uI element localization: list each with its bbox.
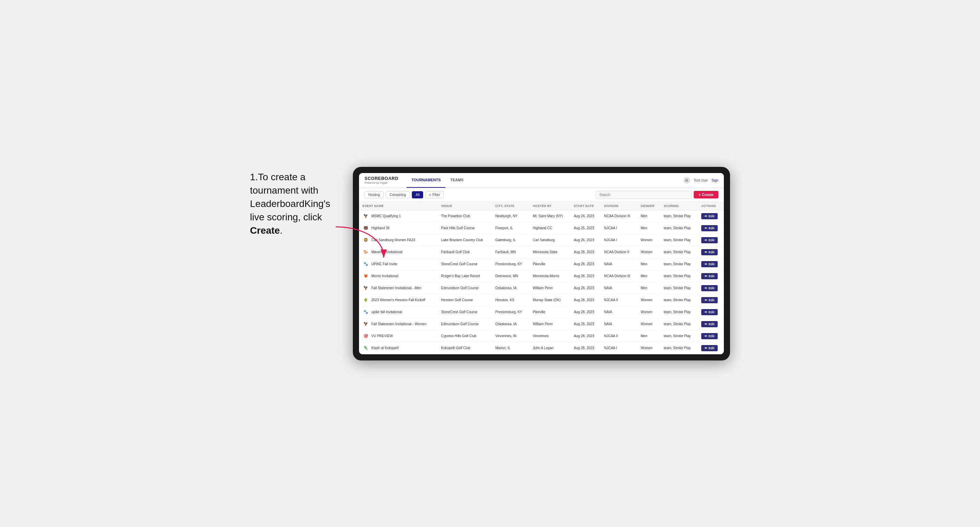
cell-event-name: 🦅 MSMC Qualifying 1 [359,210,438,222]
edit-button-3[interactable]: ✏ Edit [701,249,718,255]
filter-icon: ≡ [429,193,431,197]
edit-button-4[interactable]: ✏ Edit [701,261,718,267]
edit-button-10[interactable]: ✏ Edit [701,333,718,339]
cell-hosted-by: Mt. Saint Mary (NY) [530,210,571,222]
cell-hosted-by: William Penn [530,318,571,330]
col-division: DIVISION [601,202,638,210]
cell-division: NJCAA I [601,342,638,354]
cell-actions: ✏ Edit [698,342,724,354]
edit-button-11[interactable]: ✏ Edit [701,345,718,351]
cell-scoring: team, Stroke Play [660,342,698,354]
cell-division: NAIA [601,306,638,318]
event-name-label: upike fall invitational [371,310,402,314]
cell-event-name: 🐾 upike fall invitational [359,306,438,318]
logo-area: SCOREBOARD Powered by Clippit [364,176,398,184]
cell-gender: Men [638,270,660,282]
settings-icon[interactable]: ⚙ [683,177,690,184]
cell-city-state: Faribault, MN [492,246,529,258]
cell-start-date: Aug 28, 2023 [570,282,600,294]
team-icon: 🌵 [363,297,369,303]
edit-button-9[interactable]: ✏ Edit [701,321,718,327]
cell-division: NAIA [601,258,638,270]
cell-start-date: Aug 26, 2023 [570,234,600,246]
cell-start-date: Aug 28, 2023 [570,318,600,330]
table-row: 🦊 Morris Invitational Rutger's Bay Lake … [359,270,724,282]
event-name-label: Klash at Kokopelli [371,346,399,350]
cell-city-state: Oskaloosa, IA [492,318,529,330]
cell-gender: Women [638,234,660,246]
edit-icon: ✏ [705,251,707,254]
cell-scoring: team, Stroke Play [660,306,698,318]
col-city-state: CITY, STATE [492,202,529,210]
col-start-date: START DATE [570,202,600,210]
team-icon: 🐾 [363,309,369,316]
cell-hosted-by: Pikeville [530,306,571,318]
cell-venue: Cypress Hills Golf Club [438,330,492,342]
annotation-arrow [332,224,387,265]
filter-button[interactable]: ≡ Filter [425,191,444,198]
cell-start-date: Aug 24, 2023 [570,210,600,222]
team-icon: 🎯 [363,333,369,340]
team-icon: 🦅 [363,285,369,292]
cell-division: NCAA Division II [601,246,638,258]
col-gender: GENDER [638,202,660,210]
cell-scoring: team, Stroke Play [660,246,698,258]
cell-scoring: team, Stroke Play [660,318,698,330]
cell-hosted-by: William Penn [530,282,571,294]
cell-city-state: Oskaloosa, IA [492,282,529,294]
edit-icon: ✏ [705,298,707,302]
edit-button-1[interactable]: ✏ Edit [701,225,718,231]
edit-button-2[interactable]: ✏ Edit [701,237,718,243]
tournaments-table: EVENT NAME VENUE CITY, STATE HOSTED BY S… [359,202,724,354]
create-button[interactable]: + Create [694,191,718,198]
cell-scoring: team, Stroke Play [660,222,698,234]
cell-city-state: Prestonsburg, KY [492,258,529,270]
cell-venue: Edmundson Golf Course [438,318,492,330]
cell-hosted-by: John A Logan [530,342,571,354]
cell-start-date: Aug 28, 2023 [570,294,600,306]
cell-venue: Kokopelli Golf Club [438,342,492,354]
cell-event-name: 🌵 2023 Women's Hesston Fall Kickoff [359,294,438,306]
cell-actions: ✏ Edit [698,306,724,318]
cell-actions: ✏ Edit [698,246,724,258]
edit-button-8[interactable]: ✏ Edit [701,309,718,315]
annotation-text: 1.To create a tournament with Leaderboar… [250,167,346,238]
nav-tab-teams[interactable]: TEAMS [445,173,468,188]
edit-button-0[interactable]: ✏ Edit [701,213,718,219]
table-row: 🦅 MSMC Qualifying 1 The Powelton Club Ne… [359,210,724,222]
cell-city-state: Vincennes, IN [492,330,529,342]
cell-actions: ✏ Edit [698,330,724,342]
cell-start-date: Aug 28, 2023 [570,342,600,354]
cell-gender: Women [638,318,660,330]
edit-button-5[interactable]: ✏ Edit [701,273,718,279]
team-icon: 🦅 [363,321,369,328]
cell-scoring: team, Stroke Play [660,234,698,246]
cell-actions: ✏ Edit [698,318,724,330]
cell-venue: Faribault Golf Club [438,246,492,258]
event-name-label: MSMC Qualifying 1 [371,214,401,218]
nav-tab-tournaments[interactable]: TOURNAMENTS [407,173,445,188]
sign-in-link[interactable]: Sign [711,179,718,182]
tournaments-table-container: EVENT NAME VENUE CITY, STATE HOSTED BY S… [359,202,724,354]
cell-division: NJCAA I [601,234,638,246]
event-name-label: Fall Statesmen Invitational - Women [371,322,426,326]
annotation-body: 1.To create a tournament with Leaderboar… [250,171,330,236]
edit-button-6[interactable]: ✏ Edit [701,285,718,291]
team-icon: 🦅 [363,213,369,220]
cell-division: NCAA Division III [601,270,638,282]
cell-hosted-by: Murray State (OK) [530,294,571,306]
edit-icon: ✏ [705,214,707,218]
cell-actions: ✏ Edit [698,294,724,306]
filter-competing-button[interactable]: Competing [386,191,410,198]
col-event-name: EVENT NAME [359,202,438,210]
filter-hosting-button[interactable]: Hosting [364,191,384,198]
cell-actions: ✏ Edit [698,210,724,222]
edit-button-7[interactable]: ✏ Edit [701,297,718,303]
cell-scoring: team, Stroke Play [660,282,698,294]
app-header: SCOREBOARD Powered by Clippit TOURNAMENT… [359,173,724,188]
search-input[interactable] [596,191,692,199]
table-row: 🐻 Highland 36 Park Hills Golf Course Fre… [359,222,724,234]
filter-all-button[interactable]: All [412,191,423,198]
cell-scoring: team, Stroke Play [660,258,698,270]
table-row: 🦅 Fall Statesmen Invitational - Men Edmu… [359,282,724,294]
